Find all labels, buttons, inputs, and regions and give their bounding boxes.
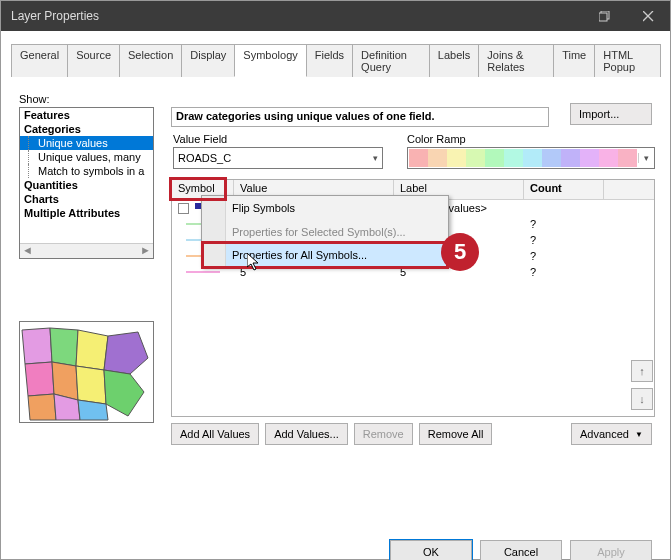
svg-rect-1 xyxy=(599,13,607,21)
context-menu: Flip SymbolsProperties for Selected Symb… xyxy=(201,195,449,267)
menu-item[interactable]: Properties for All Symbols... xyxy=(201,243,449,267)
chevron-down-icon: ▼ xyxy=(635,430,643,439)
close-button[interactable] xyxy=(626,1,670,31)
show-item[interactable]: Unique values xyxy=(20,136,153,150)
toolbar: Add All Values Add Values... Remove Remo… xyxy=(171,423,492,445)
tab-labels[interactable]: Labels xyxy=(429,44,479,77)
col-count[interactable]: Count xyxy=(524,180,604,199)
tab-source[interactable]: Source xyxy=(67,44,120,77)
add-values-button[interactable]: Add Values... xyxy=(265,423,348,445)
tab-html-popup[interactable]: HTML Popup xyxy=(594,44,661,77)
show-item[interactable]: Match to symbols in a xyxy=(20,164,153,178)
chevron-down-icon: ▾ xyxy=(638,153,654,163)
symbology-panel: Show: FeaturesCategoriesUnique valuesUni… xyxy=(1,77,670,547)
show-item[interactable]: Quantities xyxy=(20,178,153,192)
step-badge: 5 xyxy=(441,233,479,271)
tab-display[interactable]: Display xyxy=(181,44,235,77)
show-item[interactable]: Charts xyxy=(20,192,153,206)
menu-item[interactable]: Flip Symbols xyxy=(202,196,448,220)
chevron-down-icon: ▾ xyxy=(373,153,378,163)
show-item[interactable]: Categories xyxy=(20,122,153,136)
tab-row: GeneralSourceSelectionDisplaySymbologyFi… xyxy=(11,43,660,77)
color-ramp-select[interactable]: ▾ xyxy=(407,147,655,169)
import-button[interactable]: Import... xyxy=(570,103,652,125)
titlebar: Layer Properties xyxy=(1,1,670,31)
tab-definition-query[interactable]: Definition Query xyxy=(352,44,430,77)
color-ramp-swatches xyxy=(409,149,637,167)
remove-all-button[interactable]: Remove All xyxy=(419,423,493,445)
window-title: Layer Properties xyxy=(11,9,582,23)
restore-button[interactable] xyxy=(582,1,626,31)
show-item[interactable]: Multiple Attributes xyxy=(20,206,153,220)
value-field-value: ROADS_C xyxy=(178,152,231,164)
value-field-label: Value Field xyxy=(173,133,227,145)
tab-symbology[interactable]: Symbology xyxy=(234,44,306,77)
menu-item: Properties for Selected Symbol(s)... xyxy=(202,220,448,244)
dialog-buttons: OK Cancel Apply xyxy=(1,531,670,560)
move-down-button[interactable]: ↓ xyxy=(631,388,653,410)
ok-button[interactable]: OK xyxy=(390,540,472,560)
show-listbox[interactable]: FeaturesCategoriesUnique valuesUnique va… xyxy=(19,107,154,259)
description-field: Draw categories using unique values of o… xyxy=(171,107,549,127)
advanced-button[interactable]: Advanced ▼ xyxy=(571,423,652,445)
add-all-values-button[interactable]: Add All Values xyxy=(171,423,259,445)
show-label: Show: xyxy=(19,93,50,105)
value-field-select[interactable]: ROADS_C ▾ xyxy=(173,147,383,169)
apply-button[interactable]: Apply xyxy=(570,540,652,560)
show-item[interactable]: Unique values, many xyxy=(20,150,153,164)
tab-selection[interactable]: Selection xyxy=(119,44,182,77)
tab-time[interactable]: Time xyxy=(553,44,595,77)
show-item[interactable]: Features xyxy=(20,108,153,122)
tab-fields[interactable]: Fields xyxy=(306,44,353,77)
cancel-button[interactable]: Cancel xyxy=(480,540,562,560)
layer-properties-dialog: Layer Properties GeneralSourceSelectionD… xyxy=(0,0,671,560)
move-up-button[interactable]: ↑ xyxy=(631,360,653,382)
map-preview xyxy=(19,321,154,423)
tab-general[interactable]: General xyxy=(11,44,68,77)
show-scrollbar[interactable]: ◄► xyxy=(20,243,153,258)
tab-joins-relates[interactable]: Joins & Relates xyxy=(478,44,554,77)
remove-button[interactable]: Remove xyxy=(354,423,413,445)
color-ramp-label: Color Ramp xyxy=(407,133,466,145)
